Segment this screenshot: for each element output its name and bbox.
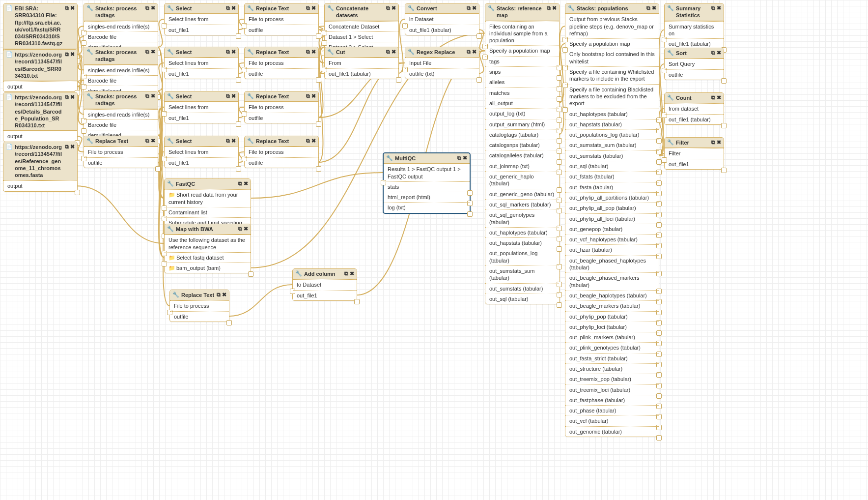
node-n5[interactable]: 🔧Stacks: process radtags⧉✖singles-end re… [84, 3, 158, 53]
node-n15[interactable]: 🔧Replace Text⧉✖File to processoutfile [169, 290, 229, 322]
node-n4[interactable]: 📄https://zenodo.org/record/1134547/files… [3, 142, 78, 192]
copy-icon[interactable]: ⧉ [344, 270, 348, 277]
close-icon[interactable]: ✖ [311, 5, 316, 11]
copy-icon[interactable]: ⧉ [145, 138, 149, 144]
copy-icon[interactable]: ⧉ [386, 5, 390, 11]
close-icon[interactable]: ✖ [70, 51, 75, 58]
close-icon[interactable]: ✖ [231, 49, 236, 55]
copy-icon[interactable]: ⧉ [711, 50, 715, 56]
close-icon[interactable]: ✖ [717, 139, 721, 146]
node-n29[interactable]: 🔧Sort⧉✖Sort Queryoutfile [664, 48, 724, 80]
output-port[interactable] [467, 211, 473, 217]
close-icon[interactable]: ✖ [311, 93, 316, 99]
copy-icon[interactable]: ⧉ [238, 180, 242, 187]
output-port[interactable] [155, 166, 161, 172]
node-n21[interactable]: 🔧Concatenate datasets⧉✖Concatenate Datas… [324, 3, 399, 53]
node-n31[interactable]: 🔧Filter⧉✖Filterout_file1 [664, 137, 724, 170]
close-icon[interactable]: ✖ [552, 5, 557, 11]
output-port[interactable] [316, 33, 321, 39]
output-port[interactable] [226, 320, 232, 325]
output-port[interactable] [236, 33, 241, 39]
copy-icon[interactable]: ⧉ [65, 144, 69, 150]
close-icon[interactable]: ✖ [652, 5, 656, 11]
copy-icon[interactable]: ⧉ [306, 138, 310, 144]
close-icon[interactable]: ✖ [472, 49, 476, 55]
node-n14[interactable]: 🔧Map with BWA⧉✖Use the following dataset… [164, 224, 251, 273]
output-port[interactable] [721, 78, 727, 84]
node-n24[interactable]: 🔧Convert⧉✖in Datasetout_file1 (tabular) [405, 3, 479, 35]
output-port[interactable] [557, 302, 562, 308]
output-port[interactable] [721, 168, 727, 173]
close-icon[interactable]: ✖ [151, 5, 155, 11]
copy-icon[interactable]: ⧉ [226, 5, 230, 11]
output-port[interactable] [354, 299, 360, 304]
output-port[interactable] [316, 121, 321, 127]
copy-icon[interactable]: ⧉ [238, 226, 242, 232]
node-n25[interactable]: 🔧Regex Replace⧉✖Input Fileoutfile (txt) [405, 47, 479, 79]
close-icon[interactable]: ✖ [717, 94, 721, 101]
copy-icon[interactable]: ⧉ [226, 49, 230, 55]
close-icon[interactable]: ✖ [70, 144, 75, 150]
close-icon[interactable]: ✖ [717, 5, 721, 11]
copy-icon[interactable]: ⧉ [547, 5, 551, 11]
output-port[interactable] [236, 77, 241, 83]
output-port[interactable] [248, 271, 253, 277]
copy-icon[interactable]: ⧉ [145, 5, 149, 11]
output-port[interactable] [236, 121, 241, 127]
node-n8[interactable]: 🔧Replace Text⧉✖File to processoutfile [84, 136, 158, 168]
close-icon[interactable]: ✖ [70, 5, 75, 11]
close-icon[interactable]: ✖ [244, 226, 248, 232]
node-n22[interactable]: 🔧Cut⧉✖Fromout_file1 (tabular) [324, 47, 399, 79]
close-icon[interactable]: ✖ [231, 5, 236, 11]
node-n16[interactable]: 🔧Replace Text⧉✖File to processoutfile [244, 3, 319, 35]
close-icon[interactable]: ✖ [472, 5, 476, 11]
close-icon[interactable]: ✖ [311, 49, 316, 55]
close-icon[interactable]: ✖ [231, 93, 236, 99]
node-n27[interactable]: 🔧Stacks: populations⧉✖Output from previo… [565, 3, 659, 437]
copy-icon[interactable]: ⧉ [306, 49, 310, 55]
close-icon[interactable]: ✖ [463, 155, 467, 161]
close-icon[interactable]: ✖ [151, 49, 155, 55]
copy-icon[interactable]: ⧉ [226, 138, 230, 144]
node-n10[interactable]: 🔧Select⧉✖Select lines fromout_file1 [164, 47, 239, 79]
copy-icon[interactable]: ⧉ [467, 5, 471, 11]
output-port[interactable] [721, 123, 727, 128]
copy-icon[interactable]: ⧉ [65, 94, 69, 100]
close-icon[interactable]: ✖ [151, 93, 155, 99]
node-n12[interactable]: 🔧Select⧉✖Select lines fromout_file1 [164, 136, 239, 168]
node-n7[interactable]: 🔧Stacks: process radtags⧉✖singles-end re… [84, 91, 158, 141]
copy-icon[interactable]: ⧉ [386, 49, 390, 55]
close-icon[interactable]: ✖ [717, 50, 721, 56]
copy-icon[interactable]: ⧉ [711, 5, 715, 11]
copy-icon[interactable]: ⧉ [711, 94, 715, 101]
copy-icon[interactable]: ⧉ [306, 5, 310, 11]
close-icon[interactable]: ✖ [350, 270, 354, 277]
output-port[interactable] [75, 190, 80, 195]
node-n3[interactable]: 📄https://zenodo.org/record/1134547/files… [3, 92, 78, 142]
close-icon[interactable]: ✖ [222, 292, 226, 298]
copy-icon[interactable]: ⧉ [65, 51, 69, 58]
node-n18[interactable]: 🔧Replace Text⧉✖File to processoutfile [244, 91, 319, 123]
copy-icon[interactable]: ⧉ [457, 155, 461, 161]
node-n23[interactable]: 🔧MultiQC⧉✖Results 1 > FastQC output 1 > … [383, 152, 471, 214]
node-n2[interactable]: 📄https://zenodo.org/record/1134547/files… [3, 49, 78, 92]
close-icon[interactable]: ✖ [70, 94, 75, 100]
node-n17[interactable]: 🔧Replace Text⧉✖File to processoutfile [244, 47, 319, 79]
close-icon[interactable]: ✖ [392, 5, 396, 11]
copy-icon[interactable]: ⧉ [145, 93, 149, 99]
node-n26[interactable]: 🔧Stacks: reference map⧉✖Files containing… [485, 3, 560, 304]
output-port[interactable] [316, 77, 321, 83]
copy-icon[interactable]: ⧉ [467, 49, 471, 55]
copy-icon[interactable]: ⧉ [306, 93, 310, 99]
close-icon[interactable]: ✖ [244, 180, 248, 187]
node-n30[interactable]: 🔧Count⧉✖from datasetout_file1 (tabular) [664, 92, 724, 125]
output-port[interactable] [236, 166, 241, 172]
close-icon[interactable]: ✖ [392, 49, 396, 55]
copy-icon[interactable]: ⧉ [65, 5, 69, 11]
output-port[interactable] [476, 33, 482, 39]
output-port[interactable] [656, 435, 662, 441]
close-icon[interactable]: ✖ [151, 138, 155, 144]
node-n9[interactable]: 🔧Select⧉✖Select lines fromout_file1 [164, 3, 239, 35]
copy-icon[interactable]: ⧉ [226, 93, 230, 99]
copy-icon[interactable]: ⧉ [217, 292, 221, 298]
